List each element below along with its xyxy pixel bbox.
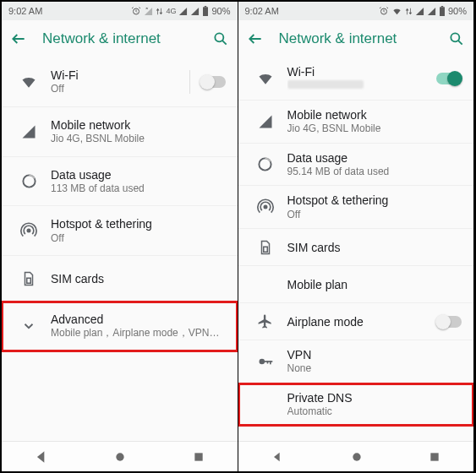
wifi-icon xyxy=(257,70,274,87)
mobile-sub: Jio 4G, BSNL Mobile xyxy=(287,122,462,136)
signal-icon xyxy=(178,7,188,16)
app-bar: Network & internet xyxy=(238,20,474,57)
data-usage-icon xyxy=(21,173,37,189)
row-sim-cards[interactable]: SIM cards xyxy=(238,229,474,266)
row-mobile-network[interactable]: Mobile network Jio 4G, BSNL Mobile xyxy=(238,101,474,144)
nav-recent-icon[interactable] xyxy=(429,451,440,463)
svg-rect-15 xyxy=(263,247,267,252)
row-airplane-mode[interactable]: Airplane mode xyxy=(238,303,474,340)
clock-text: 9:02 AM xyxy=(245,6,279,16)
settings-list: Wi-Fi Off Mobile network Jio 4G, BSNL Mo… xyxy=(2,57,238,441)
row-wifi[interactable]: Wi-Fi Off xyxy=(2,57,238,107)
battery-text: 90% xyxy=(211,6,230,16)
wifi-title: Wi-Fi xyxy=(287,64,437,79)
advanced-sub: Mobile plan，Airplane mode，VPN，Priva.. xyxy=(51,327,226,340)
svg-point-3 xyxy=(215,33,223,41)
row-advanced[interactable]: Advanced Mobile plan，Airplane mode，VPN，P… xyxy=(2,302,238,351)
page-title: Network & internet xyxy=(27,30,212,47)
status-bar: 9:02 AM 4G 90% xyxy=(2,2,238,20)
wifi-sub: Off xyxy=(51,83,189,96)
row-mobile-network[interactable]: Mobile network Jio 4G, BSNL Mobile xyxy=(2,107,238,157)
battery-text: 90% xyxy=(448,6,467,16)
wifi-icon xyxy=(20,73,37,90)
nav-back-icon[interactable] xyxy=(271,450,284,464)
row-hotspot[interactable]: Hotspot & tethering Off xyxy=(238,186,474,229)
data-sub: 95.14 MB of data used xyxy=(287,166,462,179)
nav-home-icon[interactable] xyxy=(113,450,127,464)
app-bar: Network & internet xyxy=(2,20,238,57)
svg-rect-17 xyxy=(264,361,272,362)
clock-text: 9:02 AM xyxy=(8,6,42,16)
svg-point-16 xyxy=(259,359,265,365)
hotspot-icon xyxy=(257,198,274,215)
vpn-sub: None xyxy=(287,362,462,376)
row-data-usage[interactable]: Data usage 95.14 MB of data used xyxy=(238,144,474,187)
divider xyxy=(189,70,190,94)
row-hotspot[interactable]: Hotspot & tethering Off xyxy=(2,206,238,256)
alarm-icon xyxy=(131,6,141,16)
svg-point-7 xyxy=(117,453,124,460)
alarm-icon xyxy=(379,6,389,16)
back-icon[interactable] xyxy=(247,30,264,47)
airplane-title: Airplane mode xyxy=(287,314,437,329)
svg-rect-21 xyxy=(431,453,439,460)
vpn-key-icon xyxy=(257,353,274,370)
pdns-title: Private DNS xyxy=(287,390,462,405)
nav-back-icon[interactable] xyxy=(35,450,48,464)
settings-list: Wi-Fi Mobile network Jio 4G, BSNL Mobile… xyxy=(238,57,474,441)
svg-rect-2 xyxy=(205,6,206,7)
nav-recent-icon[interactable] xyxy=(193,451,205,463)
svg-rect-19 xyxy=(266,361,268,363)
cellular-icon xyxy=(258,114,273,129)
network-type-text: 4G xyxy=(166,7,176,15)
airplane-toggle[interactable] xyxy=(436,316,462,328)
back-icon[interactable] xyxy=(10,30,27,47)
cellular-icon xyxy=(21,124,36,139)
row-private-dns[interactable]: Private DNS Automatic xyxy=(238,383,474,426)
svg-rect-11 xyxy=(441,6,443,7)
wifi-title: Wi-Fi xyxy=(51,68,189,83)
hotspot-title: Hotspot & tethering xyxy=(287,193,462,208)
battery-icon xyxy=(202,6,209,16)
mobile-title: Mobile network xyxy=(287,107,462,122)
row-mobile-plan[interactable]: Mobile plan xyxy=(238,266,474,303)
hotspot-sub: Off xyxy=(287,209,462,222)
hotspot-title: Hotspot & tethering xyxy=(51,216,226,231)
signal-x-icon xyxy=(144,7,153,16)
row-wifi[interactable]: Wi-Fi xyxy=(238,57,474,101)
wifi-status-icon xyxy=(391,7,402,16)
signal-2-icon xyxy=(190,7,200,16)
search-icon[interactable] xyxy=(212,30,229,47)
wifi-toggle[interactable] xyxy=(436,73,462,84)
wifi-toggle[interactable] xyxy=(200,76,226,88)
svg-point-14 xyxy=(264,206,266,209)
nav-bar xyxy=(238,441,474,471)
search-icon[interactable] xyxy=(448,30,465,47)
signal-2-icon xyxy=(427,7,436,16)
sim-icon xyxy=(21,271,36,286)
row-sim-cards[interactable]: SIM cards xyxy=(2,256,238,302)
vpn-title: VPN xyxy=(287,347,462,362)
chevron-down-icon xyxy=(21,318,36,334)
arrows-updown-icon xyxy=(156,7,163,16)
nav-bar xyxy=(2,441,238,471)
data-title: Data usage xyxy=(51,167,226,182)
svg-rect-10 xyxy=(440,7,445,16)
svg-point-20 xyxy=(353,453,360,460)
data-usage-icon xyxy=(257,156,273,172)
wifi-sub-redacted xyxy=(287,79,437,93)
svg-rect-8 xyxy=(194,453,202,460)
svg-point-12 xyxy=(451,33,459,41)
row-vpn[interactable]: VPN None xyxy=(238,340,474,383)
hotspot-sub: Off xyxy=(51,232,226,246)
sim-icon xyxy=(258,240,273,255)
nav-home-icon[interactable] xyxy=(350,450,364,464)
plan-title: Mobile plan xyxy=(287,277,462,292)
row-data-usage[interactable]: Data usage 113 MB of data used xyxy=(2,157,238,207)
svg-rect-6 xyxy=(27,278,31,283)
data-title: Data usage xyxy=(287,150,462,166)
mobile-title: Mobile network xyxy=(51,117,226,133)
mobile-sub: Jio 4G, BSNL Mobile xyxy=(51,133,226,146)
svg-rect-18 xyxy=(270,361,271,364)
airplane-icon xyxy=(257,313,273,329)
